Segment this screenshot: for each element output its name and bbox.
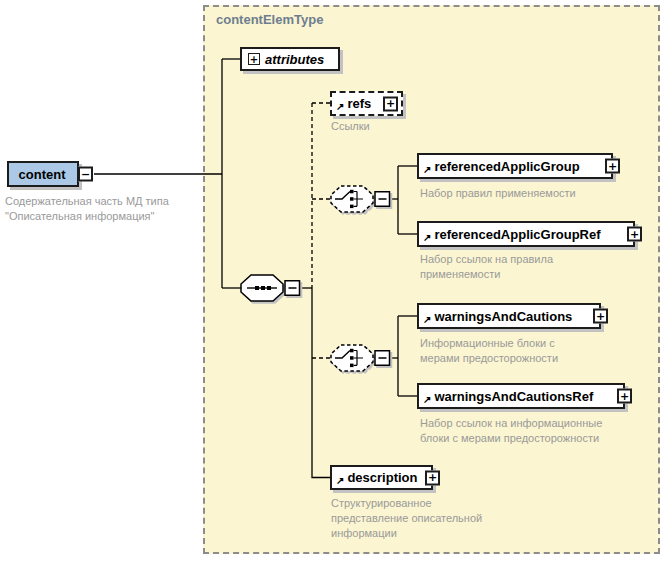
element-referencedApplicGroup[interactable]: ↗ referencedApplicGroup + — [417, 153, 613, 179]
element-referencedApplicGroupRef[interactable]: ↗ referencedApplicGroupRef + — [417, 221, 635, 247]
choice-icon[interactable] — [330, 344, 392, 376]
choice-icon[interactable] — [330, 185, 392, 217]
schema-diagram: contentElemType content − — [0, 0, 668, 564]
expand-icon[interactable]: + — [605, 159, 620, 174]
annotation-warningsAndCautionsRef: Набор ссылок на информационные блоки с м… — [420, 416, 602, 446]
annotation-referencedApplicGroup: Набор правил применяемости — [420, 186, 576, 201]
collapse-icon[interactable]: − — [78, 167, 93, 182]
element-ref-arrow-icon: ↗ — [336, 101, 344, 113]
expand-icon[interactable]: + — [617, 389, 632, 404]
element-warningsAndCautions[interactable]: ↗ warningsAndCautions + — [417, 303, 601, 329]
element-ref-arrow-icon: ↗ — [423, 314, 431, 326]
annotation-content: Содержательная часть МД типа "Описательн… — [5, 194, 169, 224]
expand-icon[interactable]: + — [383, 96, 398, 111]
element-description[interactable]: ↗ description + — [330, 465, 433, 490]
element-warningsAndCautions-name: warningsAndCautions — [434, 309, 572, 324]
annotation-description: Структурированное представление описател… — [331, 496, 482, 541]
choice-compositor-applic[interactable] — [330, 185, 392, 221]
element-ref-arrow-icon: ↗ — [336, 475, 344, 487]
element-content-name: content — [19, 167, 66, 182]
attributes-label: attributes — [265, 52, 324, 67]
sequence-icon[interactable] — [240, 274, 302, 306]
element-ref-arrow-icon: ↗ — [423, 164, 431, 176]
element-description-name: description — [347, 470, 417, 485]
attributes-box[interactable]: + attributes — [240, 47, 340, 71]
element-warningsAndCautionsRef[interactable]: ↗ warningsAndCautionsRef + — [417, 383, 625, 409]
annotation-refs: Ссылки — [331, 119, 370, 134]
element-content[interactable]: content − — [7, 161, 79, 187]
element-ref-arrow-icon: ↗ — [423, 394, 431, 406]
expand-icon[interactable]: + — [593, 309, 608, 324]
element-ref-arrow-icon: ↗ — [423, 232, 431, 244]
sequence-compositor[interactable] — [240, 274, 302, 310]
choice-compositor-warnings[interactable] — [330, 344, 392, 380]
expand-icon[interactable]: + — [425, 470, 440, 485]
element-refs[interactable]: ↗ refs + — [330, 91, 403, 116]
annotation-referencedApplicGroupRef: Набор ссылок на правила применяемости — [420, 252, 553, 282]
attributes-expand-icon[interactable]: + — [248, 53, 260, 65]
element-referencedApplicGroupRef-name: referencedApplicGroupRef — [434, 227, 600, 242]
annotation-warningsAndCautions: Информационные блоки с мерами предосторо… — [420, 336, 558, 366]
element-refs-name: refs — [347, 96, 371, 111]
element-referencedApplicGroup-name: referencedApplicGroup — [434, 159, 579, 174]
element-warningsAndCautionsRef-name: warningsAndCautionsRef — [434, 389, 593, 404]
expand-icon[interactable]: + — [627, 227, 642, 242]
